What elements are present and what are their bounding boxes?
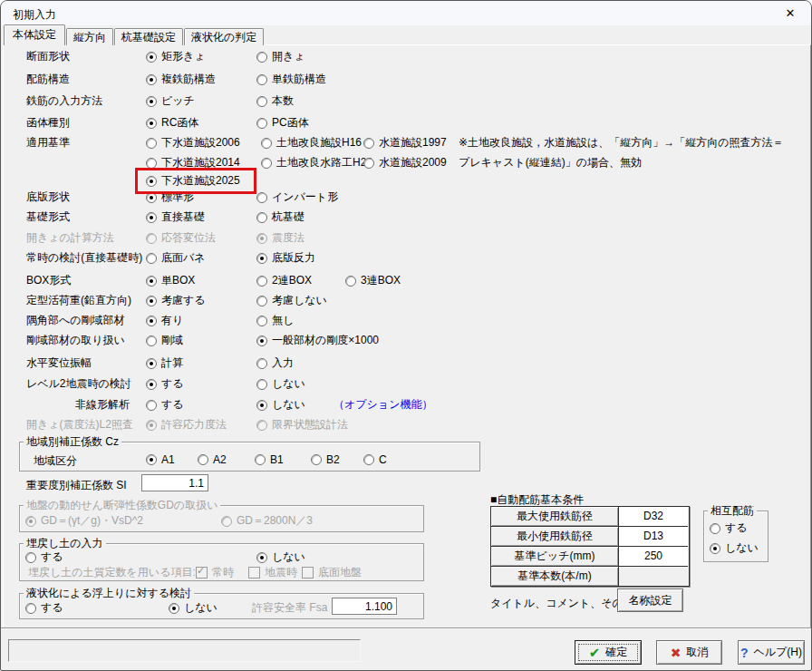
- group-legend: 地盤の動的せん断弾性係数GDの取扱い: [24, 499, 220, 512]
- cancel-button[interactable]: ✖ 取消: [656, 640, 722, 665]
- radio-icon: [256, 420, 267, 431]
- radio-icon: [256, 212, 267, 223]
- checkbox-icon: [302, 567, 314, 579]
- radio-option[interactable]: 底面バネ: [146, 250, 206, 266]
- checkbox-label: 底面地盤: [318, 565, 362, 580]
- row-level2-earthquake: レベル2地震時の検討 する しない: [1, 376, 811, 392]
- row-cross-section: 断面形状 矩形きょ 開きょ: [1, 49, 811, 64]
- radio-option[interactable]: C: [363, 453, 387, 466]
- radio-label: インバート形: [272, 190, 338, 205]
- radio-label: 底面バネ: [161, 250, 206, 266]
- radio-option[interactable]: 複鉄筋構造: [146, 72, 216, 87]
- radio-option[interactable]: 杭基礎: [256, 209, 304, 225]
- radio-icon: [256, 192, 267, 203]
- tab-hontai-settei[interactable]: 本体設定: [4, 24, 65, 45]
- radio-option[interactable]: A2: [198, 453, 227, 466]
- help-button[interactable]: ? ヘルプ(H): [738, 640, 805, 665]
- checkbox-icon: [248, 567, 260, 579]
- radio-option[interactable]: する: [710, 520, 748, 536]
- radio-icon: [146, 253, 157, 264]
- row-base-slab-shape: 底版形状 標準形 インバート形: [1, 190, 811, 205]
- radio-icon: [256, 296, 267, 306]
- radio-option[interactable]: 無し: [256, 313, 294, 328]
- radio-option[interactable]: する: [146, 397, 184, 413]
- row-open-channel-calc: 開きょの計算方法 応答変位法 震度法: [1, 230, 811, 246]
- radio-icon: [311, 454, 322, 465]
- radio-option[interactable]: 底版反力: [256, 250, 315, 266]
- radio-label: 単鉄筋構造: [272, 72, 326, 87]
- si-value-input[interactable]: [141, 474, 208, 491]
- field-label: レベル2地震時の検討: [26, 376, 131, 392]
- radio-icon: [256, 379, 267, 390]
- radio-option[interactable]: 水道施設1997: [363, 135, 447, 151]
- radio-label: A1: [161, 453, 175, 466]
- tab-tate-houkou[interactable]: 縦方向: [66, 28, 113, 45]
- radio-label: 本数: [272, 93, 294, 109]
- radio-option[interactable]: B1: [255, 453, 284, 466]
- field-label: 常時の検討(直接基礎時): [26, 250, 142, 266]
- field-label: 開きょの計算方法: [26, 230, 114, 246]
- row-box-format: BOX形式 単BOX 2連BOX 3連BOX: [1, 273, 811, 288]
- table-cell-value[interactable]: [619, 567, 688, 586]
- radio-label: する: [161, 376, 184, 392]
- radio-option[interactable]: ピッチ: [146, 93, 195, 109]
- question-icon: ?: [740, 646, 749, 660]
- row-importance-factor: 重要度別補正係数 SI: [1, 478, 811, 493]
- row-applied-standard: 適用基準 下水道施設2006 土地改良施設H16 水道施設1997 ※土地改良施…: [1, 135, 811, 151]
- radio-option[interactable]: 一般部材の剛度×1000: [256, 333, 379, 348]
- radio-option[interactable]: 直接基礎: [146, 209, 205, 225]
- radio-option[interactable]: 土地改良施設H16: [261, 135, 362, 151]
- radio-option[interactable]: A1: [146, 453, 175, 466]
- radio-option[interactable]: 下水道施設2006: [146, 135, 240, 151]
- radio-option[interactable]: 土地改良水路工H26: [261, 155, 372, 170]
- radio-option[interactable]: 3連BOX: [345, 273, 401, 288]
- radio-icon: [256, 400, 267, 411]
- row-applied-standard-2: 下水道施設2014 土地改良水路工H26 水道施設2009 プレキャスト(縦連結…: [1, 155, 811, 170]
- radio-option[interactable]: しない: [256, 376, 305, 392]
- radio-label: B2: [326, 453, 340, 466]
- naming-button[interactable]: 名称設定: [617, 588, 683, 612]
- radio-label: 矩形きょ: [161, 49, 206, 64]
- radio-option[interactable]: 開きょ: [256, 49, 305, 64]
- radio-option[interactable]: 入力: [256, 355, 294, 371]
- radio-option[interactable]: 有り: [146, 313, 183, 328]
- radio-option[interactable]: 水道施設2009: [363, 155, 447, 170]
- close-icon[interactable]: ✕: [781, 5, 799, 23]
- radio-option[interactable]: 計算: [146, 355, 183, 371]
- radio-option[interactable]: 単鉄筋構造: [256, 72, 326, 87]
- radio-option[interactable]: 考慮しない: [256, 293, 327, 308]
- radio-option[interactable]: 矩形きょ: [146, 49, 206, 64]
- radio-option[interactable]: RC函体: [146, 115, 198, 131]
- confirm-button[interactable]: ✔ 確定: [575, 640, 642, 665]
- radio-icon: [256, 52, 267, 63]
- radio-label: 開きょ: [272, 49, 305, 64]
- field-label: 配筋構造: [26, 72, 70, 87]
- tab-kui-kiso-settei[interactable]: 杭基礎設定: [114, 28, 183, 45]
- radio-option[interactable]: インバート形: [256, 190, 338, 205]
- radio-option[interactable]: しない: [256, 397, 305, 413]
- radio-option[interactable]: 2連BOX: [256, 273, 312, 288]
- radio-option[interactable]: PC函体: [256, 115, 309, 131]
- radio-label: 一般部材の剛度×1000: [272, 333, 379, 348]
- radio-option[interactable]: 本数: [256, 93, 294, 109]
- radio-icon: [710, 543, 720, 554]
- row-normal-check: 常時の検討(直接基礎時) 底面バネ 底版反力: [1, 250, 811, 266]
- radio-option[interactable]: 単BOX: [146, 273, 195, 288]
- radio-option[interactable]: 剛域: [146, 333, 183, 348]
- radio-icon: [261, 138, 272, 149]
- window-title: 初期入力: [13, 7, 56, 23]
- radio-label: B1: [270, 453, 284, 466]
- checkbox-option: 底面地盤: [302, 565, 362, 580]
- radio-icon: [146, 316, 157, 326]
- radio-option[interactable]: B2: [311, 453, 340, 466]
- field-label: 水平変位振幅: [26, 355, 92, 371]
- radio-label: C: [379, 453, 387, 466]
- radio-label: しない: [272, 397, 305, 413]
- radio-option[interactable]: する: [146, 376, 184, 392]
- radio-option[interactable]: しない: [710, 540, 759, 556]
- tab-ekijouka-hantei[interactable]: 液状化の判定: [184, 28, 264, 45]
- radio-icon: [146, 74, 157, 85]
- standard-note-line2: プレキャスト(縦連結)」の場合、無効: [459, 155, 642, 170]
- field-label: BOX形式: [26, 273, 71, 288]
- radio-option[interactable]: 考慮する: [146, 293, 206, 308]
